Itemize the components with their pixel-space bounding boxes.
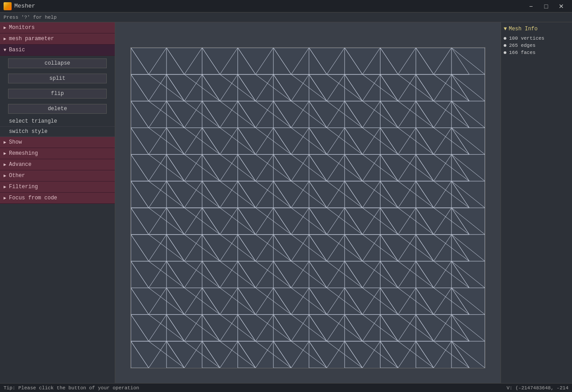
svg-marker-6	[345, 48, 380, 74]
delete-button[interactable]: delete	[8, 104, 107, 114]
svg-marker-84	[273, 154, 309, 181]
sidebar-item-show[interactable]: ▶ Show	[0, 137, 115, 148]
svg-marker-161	[167, 261, 202, 288]
sidebar-item-remeshing[interactable]: ▶ Remeshing	[0, 148, 115, 159]
svg-marker-162	[202, 261, 238, 288]
arrow-icon-filtering: ▶	[4, 184, 6, 190]
svg-marker-27	[380, 74, 416, 101]
switch-style-item[interactable]: switch style	[0, 127, 115, 137]
svg-marker-187	[380, 288, 416, 314]
collapse-button[interactable]: collapse	[8, 58, 107, 68]
svg-marker-90	[131, 154, 149, 181]
sidebar-item-mesh-parameter[interactable]: ▶ mesh parameter	[0, 33, 115, 45]
tip-text: Tip: Please click the button of your ope…	[4, 385, 139, 391]
svg-marker-207	[380, 314, 416, 341]
arrow-icon-remeshing: ▶	[4, 151, 6, 156]
svg-marker-3	[238, 48, 273, 74]
sidebar-item-filtering[interactable]: ▶ Filtering	[0, 182, 115, 193]
svg-marker-107	[380, 181, 416, 208]
arrow-icon-monitors: ▶	[4, 25, 6, 30]
svg-marker-50	[131, 101, 149, 128]
svg-marker-189	[451, 288, 485, 314]
select-triangle-item[interactable]: select triangle	[0, 116, 115, 127]
svg-marker-26	[345, 74, 380, 101]
maximize-button[interactable]: □	[539, 2, 553, 11]
svg-marker-70	[131, 128, 149, 154]
arrow-icon-advance: ▶	[4, 162, 6, 167]
svg-marker-13	[238, 48, 255, 74]
sidebar-label-advance: Advance	[9, 161, 31, 168]
svg-marker-121	[167, 208, 202, 235]
mesh-viewport[interactable]	[130, 47, 485, 368]
minimize-button[interactable]: −	[524, 2, 538, 11]
canvas-area[interactable]	[115, 22, 501, 392]
flip-button[interactable]: flip	[8, 89, 107, 99]
svg-marker-81	[167, 154, 202, 181]
sidebar-label-filtering: Filtering	[9, 184, 38, 190]
sidebar-item-focus-from-code[interactable]: ▶ Focus from code	[0, 193, 115, 204]
svg-marker-47	[380, 101, 416, 128]
right-panel: ▼ Mesh Info 100 vertices 265 edges 166 f…	[501, 22, 572, 392]
statusbar: Tip: Please click the button of your ope…	[0, 383, 572, 392]
sidebar-item-monitors[interactable]: ▶ Monitors	[0, 22, 115, 33]
svg-marker-202	[202, 314, 238, 341]
svg-marker-147	[380, 234, 416, 261]
sidebar-item-advance[interactable]: ▶ Advance	[0, 159, 115, 170]
svg-marker-205	[309, 314, 345, 341]
svg-marker-221	[167, 341, 202, 368]
svg-marker-83	[238, 154, 273, 181]
svg-marker-184	[273, 288, 309, 314]
sidebar-item-other[interactable]: ▶ Other	[0, 170, 115, 182]
svg-marker-203	[238, 314, 273, 341]
svg-marker-104	[273, 181, 309, 208]
svg-marker-123	[238, 208, 273, 235]
svg-marker-23	[238, 74, 273, 101]
svg-marker-41	[167, 101, 202, 128]
svg-marker-164	[273, 261, 309, 288]
svg-marker-12	[202, 48, 220, 74]
svg-marker-61	[167, 128, 202, 154]
sidebar-label-other: Other	[9, 173, 25, 179]
svg-marker-42	[202, 101, 238, 128]
svg-marker-87	[380, 154, 416, 181]
close-button[interactable]: ✕	[554, 2, 568, 11]
sidebar-label-mesh-parameter: mesh parameter	[9, 36, 54, 42]
split-button[interactable]: split	[8, 74, 107, 83]
sidebar-label-focus-from-code: Focus from code	[9, 195, 57, 201]
mesh-info-edges: 265 edges	[504, 43, 569, 48]
svg-marker-223	[238, 341, 273, 368]
svg-marker-85	[309, 154, 345, 181]
svg-marker-89	[451, 154, 485, 181]
svg-marker-228	[416, 341, 451, 368]
sidebar-label-show: Show	[9, 139, 22, 145]
arrow-icon-other: ▶	[4, 173, 6, 178]
sidebar: ▶ Monitors ▶ mesh parameter ▼ Basic coll…	[0, 22, 115, 392]
svg-marker-149	[451, 234, 485, 261]
svg-marker-14	[273, 48, 291, 74]
svg-marker-88	[416, 154, 451, 181]
svg-marker-69	[451, 128, 485, 154]
svg-marker-10	[131, 48, 149, 74]
coords-text: V: (-2147483648, -214	[506, 385, 568, 391]
svg-marker-165	[309, 261, 345, 288]
svg-marker-19	[451, 48, 469, 74]
svg-marker-182	[202, 288, 238, 314]
svg-marker-80	[131, 154, 167, 181]
arrow-icon-mesh-parameter: ▶	[4, 36, 6, 41]
svg-marker-18	[416, 48, 434, 74]
mesh-info-vertices: 100 vertices	[504, 36, 569, 41]
svg-marker-166	[345, 261, 380, 288]
svg-marker-9	[451, 48, 485, 74]
bullet-edges	[504, 44, 506, 47]
svg-marker-48	[416, 101, 451, 128]
sidebar-label-basic: Basic	[9, 47, 25, 53]
svg-marker-160	[131, 261, 167, 288]
svg-marker-21	[167, 74, 202, 101]
sidebar-item-basic[interactable]: ▼ Basic	[0, 45, 115, 56]
svg-marker-129	[451, 208, 485, 235]
svg-marker-230	[131, 341, 149, 368]
svg-marker-222	[202, 341, 238, 368]
svg-marker-144	[273, 234, 309, 261]
svg-marker-24	[273, 74, 309, 101]
arrow-icon-focus-from-code: ▶	[4, 195, 6, 201]
